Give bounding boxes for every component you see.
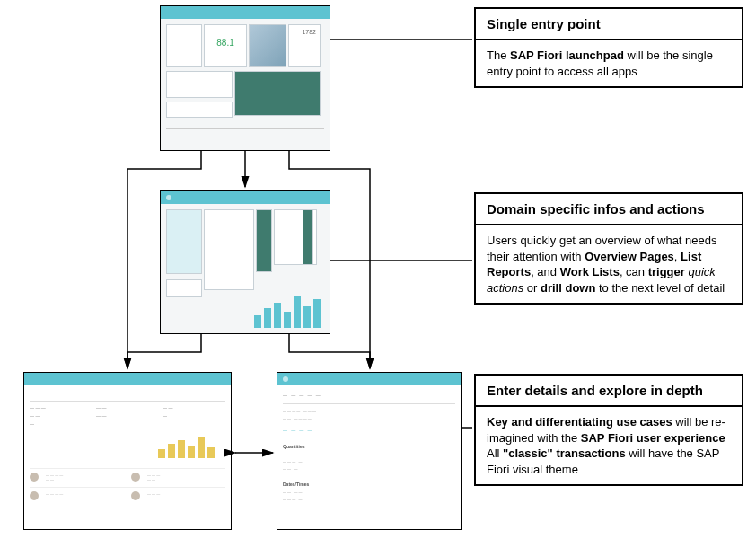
window-titlebar — [161, 191, 330, 204]
screenshot-detail-page: — — — — — — — — — — — —— — — — — — — — —… — [277, 372, 462, 530]
callout-body: Users quickly get an overview of what ne… — [476, 225, 742, 303]
screenshot-overview — [160, 190, 330, 334]
callout-domain-specific: Domain specific infos and actions Users … — [474, 192, 743, 305]
callout-title: Enter details and explore in depth — [476, 376, 742, 407]
window-titlebar — [24, 373, 231, 385]
window-titlebar — [277, 373, 461, 385]
window-titlebar — [161, 6, 330, 19]
callout-enter-details: Enter details and explore in depth Key a… — [474, 374, 743, 486]
callout-title: Single entry point — [476, 9, 742, 40]
callout-single-entry: Single entry point The SAP Fiori launchp… — [474, 7, 743, 88]
callout-title: Domain specific infos and actions — [476, 194, 742, 225]
screenshot-object-page: — — —— —— — —— — — —— — — — —— — — — —— … — [23, 372, 232, 530]
screenshot-launchpad: 88.1 1782 — [160, 5, 330, 151]
callout-body: Key and differentiating use cases will b… — [476, 407, 742, 484]
callout-body: The SAP Fiori launchpad will be the sing… — [476, 40, 742, 86]
